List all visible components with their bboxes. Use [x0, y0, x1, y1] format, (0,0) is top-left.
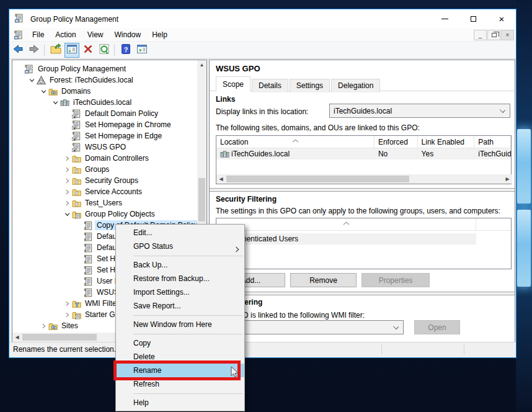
chevron-closed-icon[interactable]	[62, 198, 72, 208]
tree-item-forest-itechguides-local[interactable]: Forest: iTechGuides.local	[27, 74, 135, 86]
tab-settings[interactable]: Settings	[290, 79, 330, 92]
open-button[interactable]: Open	[414, 320, 460, 334]
tree-item-default-domain-policy[interactable]: Default Domain Policy	[62, 108, 160, 119]
context-menu-item-rename[interactable]: Rename	[116, 364, 244, 377]
tree-item-set-homepage-in-chrome[interactable]: Set Homepage in Chrome	[62, 119, 173, 130]
column-header-link-enabled[interactable]: Link Enabled	[418, 136, 475, 148]
minimize-button[interactable]	[430, 9, 459, 29]
tree-item-test-users[interactable]: Test_Users	[62, 197, 124, 208]
export-icon	[50, 43, 62, 57]
menubar-item-view[interactable]: View	[82, 29, 109, 40]
tree-item-set-homepage-in-edge[interactable]: Set Homepage in Edge	[62, 130, 164, 141]
tree-item-label: Domain Controllers	[83, 153, 151, 163]
context-menu-item-delete[interactable]: Delete	[116, 350, 244, 364]
chevron-open-icon[interactable]	[50, 97, 60, 107]
tree-item-security-groups[interactable]: Security Groups	[62, 175, 140, 186]
tree-item-sites[interactable]: Sites	[38, 320, 80, 331]
chevron-closed-icon[interactable]	[38, 321, 48, 331]
starter-icon	[72, 310, 81, 320]
tab-scope[interactable]: Scope	[216, 76, 250, 91]
remove-button[interactable]: Remove	[290, 273, 357, 287]
delete-button[interactable]	[81, 43, 95, 58]
tree-item-label: Security Groups	[83, 176, 140, 186]
column-header-location[interactable]: Location	[216, 136, 375, 148]
tree-item-label: Default Domain Policy	[83, 109, 160, 119]
context-menu-item-new-window-from-here[interactable]: New Window from Here	[116, 318, 244, 331]
menubar-item-file[interactable]: File	[27, 29, 50, 40]
child-close-button[interactable]: ×	[501, 30, 514, 40]
scroll-left-icon[interactable]: ◀	[12, 333, 22, 342]
context-menu-item-copy[interactable]: Copy	[116, 336, 244, 350]
menubar-item-help[interactable]: Help	[146, 29, 173, 40]
export-button[interactable]	[48, 43, 63, 58]
tree-item-label: iTechGuides.local	[71, 97, 133, 107]
tab-delegation[interactable]: Delegation	[331, 79, 380, 92]
tree-item-group-policy-objects[interactable]: Group Policy Objects	[62, 208, 157, 220]
mouse-cursor	[231, 366, 239, 380]
chevron-closed-icon[interactable]	[62, 153, 72, 163]
tree-item-itechguides-local[interactable]: iTechGuides.local	[50, 97, 133, 108]
context-menu-item-refresh[interactable]: Refresh	[116, 377, 244, 391]
tree-item-service-accounts[interactable]: Service Accounts	[62, 186, 144, 197]
chevron-open-icon[interactable]	[27, 75, 37, 85]
context-menu-item-gpo-status[interactable]: GPO Status	[116, 240, 244, 253]
scroll-left-icon[interactable]: ◀	[216, 174, 226, 184]
title-bar[interactable]: Group Policy Management ×	[9, 9, 516, 29]
context-menu-item-back-up[interactable]: Back Up...	[116, 258, 244, 272]
linked-gpo-row[interactable]: iTechGuides.localNoYesiTechGuides.local	[216, 148, 511, 159]
table-horizontal-scrollbar[interactable]: ◀ ▶	[216, 174, 512, 184]
tree-item-label: WSUS GPO	[83, 142, 128, 152]
back-button[interactable]	[11, 43, 25, 58]
section-splitter[interactable]	[210, 292, 515, 295]
menubar-item-action[interactable]: Action	[50, 29, 81, 40]
show-console-tree-button[interactable]	[64, 43, 79, 58]
chevron-closed-icon[interactable]	[62, 176, 72, 186]
column-header-path[interactable]: Path	[474, 136, 511, 148]
context-menu-item-restore-from-backup[interactable]: Restore from Backup...	[116, 272, 244, 285]
chevron-closed-icon[interactable]	[62, 298, 72, 308]
tree-item-label: Set Homepage in Chrome	[83, 120, 173, 130]
display-links-label: Display links in this location:	[216, 107, 308, 116]
menubar-item-window[interactable]: Window	[109, 29, 147, 40]
chevron-closed-icon[interactable]	[62, 310, 72, 320]
forward-button[interactable]	[27, 43, 42, 58]
chevron-open-icon[interactable]	[38, 86, 48, 96]
column-header-enforced[interactable]: Enforced	[375, 136, 418, 148]
tree-item-domains[interactable]: Domains	[38, 86, 92, 97]
gpo-icon	[84, 288, 93, 297]
context-menu-item-save-report[interactable]: Save Report...	[116, 299, 244, 313]
child-restore-button[interactable]	[487, 30, 500, 40]
tree-item-group-policy-management[interactable]: Group Policy Management	[15, 63, 128, 74]
context-menu-item-help[interactable]: Help	[116, 396, 244, 410]
maximize-button[interactable]	[459, 9, 487, 29]
scrollbar-thumb[interactable]	[198, 178, 205, 222]
menu-item-label: Save Report...	[133, 302, 181, 310]
context-menu-item-edit[interactable]: Edit...	[116, 226, 244, 240]
tree-item-groups[interactable]: Groups	[62, 164, 111, 175]
refresh-button[interactable]	[97, 43, 112, 58]
properties-button[interactable]: Properties	[361, 273, 430, 287]
menu-item-label: Back Up...	[133, 261, 167, 269]
section-splitter[interactable]	[210, 188, 515, 192]
help-button[interactable]: ?	[118, 43, 133, 58]
scroll-right-icon[interactable]: ▶	[503, 174, 512, 184]
tab-details[interactable]: Details	[252, 79, 288, 92]
tree-item-domain-controllers[interactable]: Domain Controllers	[62, 153, 151, 164]
tree-item-label: Test_Users	[83, 198, 124, 208]
location-dropdown[interactable]: iTechGuides.local	[329, 104, 510, 118]
chevron-closed-icon[interactable]	[62, 187, 72, 197]
scroll-up-icon[interactable]: ▲	[197, 60, 206, 69]
chevron-open-icon[interactable]	[62, 209, 72, 219]
child-minimize-button[interactable]: _	[474, 30, 487, 40]
tree-item-wsus-gpo[interactable]: WSUS GPO	[62, 141, 128, 153]
context-menu-item-import-settings[interactable]: Import Settings...	[116, 285, 244, 299]
security-member-row[interactable]: Authenticated Users	[216, 233, 476, 244]
chevron-closed-icon[interactable]	[62, 164, 72, 174]
toolbar-separator	[44, 45, 45, 56]
members-column-header[interactable]	[216, 218, 511, 231]
scrollbar-thumb[interactable]	[22, 334, 97, 341]
show-action-pane-button[interactable]	[135, 43, 149, 58]
close-button[interactable]: ×	[487, 9, 516, 29]
forest-icon	[37, 76, 46, 85]
scrollbar-thumb[interactable]	[226, 176, 409, 182]
